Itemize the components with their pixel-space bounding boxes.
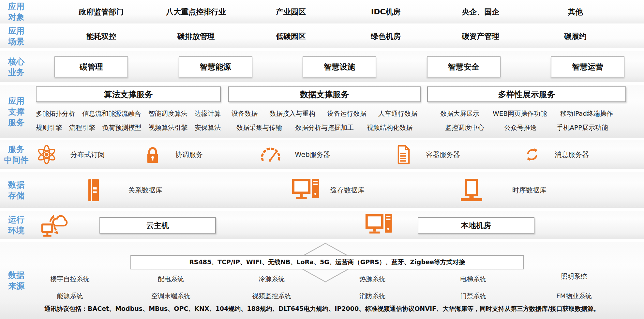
source-system-item: 照明系统 [524, 272, 624, 281]
storage-item: 时序数据库 [458, 177, 547, 203]
support-item: 规则引擎 [36, 123, 62, 132]
support-item: 数据接入与重构 [270, 109, 315, 118]
band-app-scenarios: 应用 场景 能耗双控 碳排放管理 低碳园区 绿色机房 碳资产管理 碳履约 [0, 24, 644, 48]
support-item: 视频结构化数据 [367, 123, 412, 132]
core-business-box: 智慧设施 [303, 56, 376, 77]
lock-icon [143, 145, 162, 164]
middleware-label: 容器服务器 [426, 150, 460, 159]
app-object-item: IDC机房 [338, 7, 433, 17]
rail-label-app-support: 应用 支撑 服务 [1, 96, 31, 128]
source-system-item: 冷源系统 [221, 275, 322, 283]
middleware-item: 分布式订阅 [37, 144, 105, 165]
support-item: 监控调度中心 [445, 123, 484, 132]
source-system-item: 楼宇自控系统 [20, 275, 120, 283]
app-scenario-item: 碳资产管理 [433, 31, 528, 41]
source-system-item: FM物业系统 [524, 292, 624, 300]
middleware-item: 协调服务 [143, 145, 203, 164]
middleware-label: 分布式订阅 [70, 150, 105, 159]
support-item: 边缘计算 [195, 109, 221, 118]
band-app-support: 应用 支撑 服务 算法支撑服务 多能拓扑分析 信息流和能源流融合 智能调度算法 … [0, 85, 644, 138]
app-scenario-item: 能耗双控 [54, 31, 149, 41]
app-scenario-item: 绿色机房 [338, 31, 433, 41]
source-system-item: 能源系统 [20, 292, 120, 300]
source-system-item: 门禁系统 [423, 292, 524, 300]
rail-label-data-storage: 数据 存储 [1, 179, 31, 201]
band-data-storage: 数据 存储 关系数据库 缓存数据库 [0, 172, 644, 208]
middleware-item: 容器服务器 [395, 144, 460, 165]
middleware-label: Web服务器 [295, 150, 330, 159]
support-item: 智能调度算法 [148, 109, 187, 118]
protocol-note: 通讯协议包括：BACet、Modbus、MBus、OPC、KNX、104规约、1… [0, 305, 644, 313]
laptop-icon [458, 177, 485, 203]
middleware-item: 消息服务器 [523, 145, 589, 164]
runtime-box-cloud: 云主机 [99, 217, 216, 234]
storage-label: 关系数据库 [128, 186, 162, 195]
support-item: 移动IPad终端操作 [560, 109, 613, 118]
support-item: 手机APP展示功能 [557, 123, 608, 132]
support-item: 流程引擎 [69, 123, 95, 132]
core-business-box: 碳管理 [54, 56, 128, 77]
support-group-title: 多样性展示服务 [427, 86, 626, 102]
support-item: 信息流和能源流融合 [82, 109, 141, 118]
source-system-item: 消防系统 [322, 292, 423, 300]
support-item: 安保算法 [195, 123, 221, 132]
connection-methods-bar: RS485、TCP/IP、WIFI、无线NB、LoRa、5G、运营商（GPRS）… [130, 255, 524, 269]
support-group-title: 数据支撑服务 [228, 86, 421, 102]
support-item: 设备数据 [232, 109, 258, 118]
app-object-item: 政府监管部门 [54, 7, 149, 17]
cloud-computer-icon [40, 211, 71, 239]
document-icon [395, 144, 412, 165]
support-item: 数据采集与传输 [236, 123, 282, 132]
book-icon [86, 176, 101, 205]
storage-label: 缓存数据库 [330, 186, 365, 195]
runtime-box-local: 本地机房 [418, 217, 534, 234]
app-scenario-item: 低碳园区 [244, 31, 338, 41]
support-item: 负荷预测模型 [102, 123, 142, 132]
app-scenario-item: 碳履约 [528, 31, 623, 41]
support-item: 人车通行数据 [378, 109, 417, 118]
support-item: 多能拓扑分析 [36, 109, 75, 118]
app-object-item: 央企、国企 [433, 7, 528, 17]
support-group-algorithm: 算法支撑服务 多能拓扑分析 信息流和能源流融合 智能调度算法 边缘计算 规则引擎… [36, 86, 221, 102]
support-item: WEB网页操作功能 [493, 109, 547, 118]
source-system-item: 热源系统 [322, 275, 423, 283]
band-app-objects: 应用 对象 政府监管部门 八大重点控排行业 产业园区 IDC机房 央企、国企 其… [0, 0, 644, 23]
band-runtime-env: 运行 环境 云主机 本地机房 [0, 211, 644, 239]
band-middleware: 服务 中间件 分布式订阅 协调服务 [0, 140, 644, 169]
support-group-title: 算法支撑服务 [36, 86, 221, 102]
storage-item: 缓存数据库 [292, 177, 365, 203]
middleware-item: Web服务器 [260, 146, 330, 163]
band-core-business: 核心 业务 碳管理 智慧能源 智慧设施 智慧安全 智慧运营 [0, 51, 644, 82]
core-business-box: 智慧运营 [551, 56, 624, 77]
core-business-box: 智慧能源 [179, 56, 252, 77]
atom-icon [37, 144, 57, 165]
gauge-icon [260, 146, 281, 163]
source-system-item: 电梯系统 [423, 275, 524, 283]
desktop-tower-icon [292, 177, 321, 203]
middleware-label: 协调服务 [175, 150, 203, 159]
app-object-item: 其他 [528, 7, 623, 17]
source-system-item: 视频监控系统 [221, 292, 322, 300]
rail-label-runtime-env: 运行 环境 [1, 214, 31, 236]
app-scenario-item: 碳排放管理 [149, 31, 244, 41]
core-business-box: 智慧安全 [427, 56, 501, 77]
rail-label-core-business: 核心 业务 [1, 56, 31, 78]
support-item: 设备运行数据 [327, 109, 366, 118]
support-item: 视频算法引擎 [148, 123, 187, 132]
desktop-tower-icon [365, 212, 393, 238]
source-system-item: 空调末端系统 [120, 292, 221, 300]
source-system-item: 配电系统 [120, 275, 221, 283]
rail-label-app-scenarios: 应用 场景 [1, 25, 31, 47]
support-group-data: 数据支撑服务 设备数据 数据接入与重构 设备运行数据 人车通行数据 数据采集与传… [228, 86, 421, 102]
support-item: 数据大屏展示 [440, 109, 479, 118]
rail-label-app-objects: 应用 对象 [1, 1, 31, 23]
rail-label-middleware: 服务 中间件 [1, 144, 31, 165]
band-data-sources: 数据 来源 RS485、TCP/IP、WIFI、无线NB、LoRa、5G、运营商… [0, 242, 644, 319]
architecture-diagram: 应用 对象 政府监管部门 八大重点控排行业 产业园区 IDC机房 央企、国企 其… [0, 0, 644, 319]
storage-item: 关系数据库 [86, 176, 162, 205]
support-group-display: 多样性展示服务 数据大屏展示 WEB网页操作功能 移动IPad终端操作 监控调度… [427, 86, 626, 102]
support-item: 公众号推送 [504, 123, 537, 132]
sync-icon [523, 145, 541, 164]
storage-label: 时序数据库 [512, 186, 547, 195]
support-item: 数据分析与挖掘加工 [295, 123, 354, 132]
